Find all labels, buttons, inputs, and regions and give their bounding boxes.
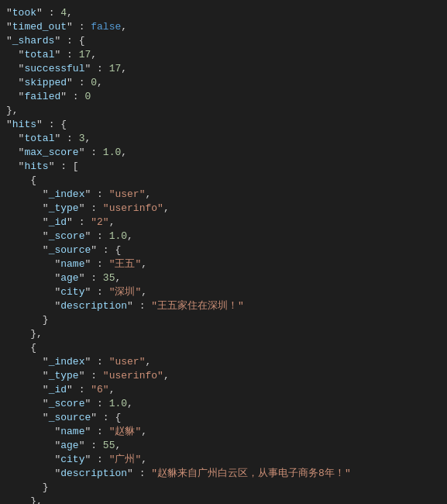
code-line: "failed" : 0: [0, 90, 447, 104]
code-line: "age" : 35,: [0, 271, 447, 285]
code-line: "_score" : 1.0,: [0, 230, 447, 243]
code-line: "name" : "王五",: [0, 257, 447, 271]
code-line: "hits" : {: [0, 118, 447, 132]
code-line: "_id" : "2",: [0, 216, 447, 230]
code-line: "_source" : {: [0, 411, 447, 425]
code-line: "timed_out" : false,: [0, 20, 447, 34]
code-line: },: [0, 104, 447, 118]
code-line: "description" : "王五家住在深圳！": [0, 299, 447, 313]
code-line: },: [0, 327, 447, 341]
code-line: "_shards" : {: [0, 34, 447, 48]
code-line: "skipped" : 0,: [0, 76, 447, 90]
code-line: "_index" : "user",: [0, 188, 447, 202]
code-line: "city" : "深圳",: [0, 285, 447, 299]
code-line: "max_score" : 1.0,: [0, 146, 447, 160]
code-line: "_score" : 1.0,: [0, 397, 447, 411]
code-line: "age" : 55,: [0, 439, 447, 453]
code-line: }: [0, 481, 447, 495]
code-line: "_type" : "userinfo",: [0, 202, 447, 216]
code-line: "hits" : [: [0, 160, 447, 174]
code-line: "_id" : "6",: [0, 383, 447, 397]
code-line: }: [0, 313, 447, 327]
code-line: "total" : 17,: [0, 48, 447, 62]
code-line: "name" : "赵貅",: [0, 425, 447, 439]
code-line: {: [0, 174, 447, 188]
code-line: },: [0, 495, 447, 504]
code-line: "city" : "广州",: [0, 453, 447, 467]
code-viewer: "took" : 4,"timed_out" : false,"_shards"…: [0, 0, 447, 504]
code-line: "_type" : "userinfo",: [0, 369, 447, 383]
code-line: "total" : 3,: [0, 132, 447, 146]
code-line: {: [0, 341, 447, 355]
code-line: "took" : 4,: [0, 6, 447, 20]
code-line: "successful" : 17,: [0, 62, 447, 76]
code-line: "description" : "赵貅来自广州白云区，从事电子商务8年！": [0, 467, 447, 481]
code-line: "_index" : "user",: [0, 355, 447, 369]
code-line: "_source" : {: [0, 243, 447, 257]
